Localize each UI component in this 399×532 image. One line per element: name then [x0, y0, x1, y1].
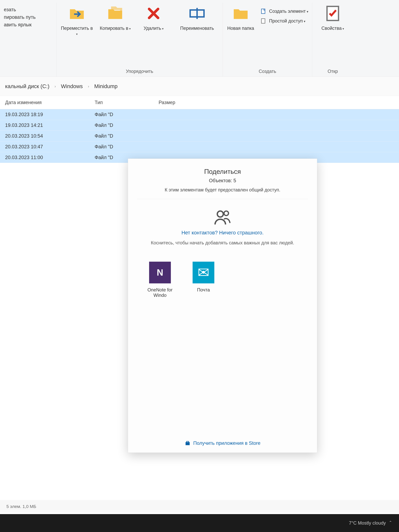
new-folder-icon	[232, 5, 249, 22]
file-row[interactable]: 19.03.2023 18:19 Файл "D	[0, 109, 399, 120]
ribbon-group-clipboard: езать пировать путь авить ярлык	[0, 3, 56, 77]
svg-rect-3	[261, 19, 265, 23]
rename-label: Переименовать	[180, 25, 214, 31]
share-count: Объектов: 5	[209, 178, 236, 184]
column-type-header[interactable]: Тип	[95, 98, 158, 107]
ribbon: езать пировать путь авить ярлык Перемест…	[0, 0, 399, 77]
svg-rect-2	[261, 9, 265, 13]
file-date: 19.03.2023 14:21	[5, 121, 95, 129]
store-link-label: Получить приложения в Store	[193, 440, 260, 446]
store-icon	[184, 440, 191, 446]
svg-point-6	[224, 211, 228, 215]
file-row[interactable]: 19.03.2023 14:21 Файл "D	[0, 120, 399, 131]
weather-widget[interactable]: 7°C Mostly cloudy	[349, 520, 386, 526]
properties-icon	[324, 5, 341, 22]
file-row[interactable]: 20.03.2023 10:47 Файл "D	[0, 141, 399, 152]
properties-label: Свойства	[321, 25, 344, 31]
file-date: 20.03.2023 10:47	[5, 143, 95, 151]
file-date: 20.03.2023 10:54	[5, 132, 95, 140]
delete-icon	[145, 5, 162, 22]
new-folder-button[interactable]: Новая папка	[227, 3, 255, 31]
chevron-up-icon[interactable]: ˆ	[390, 520, 391, 526]
breadcrumb[interactable]: кальный диск (C:) › Windows › Minidump	[0, 77, 399, 96]
share-app-label: Почта	[197, 287, 210, 293]
new-group-label: Создать	[259, 67, 276, 77]
folder-move-icon	[69, 5, 85, 22]
file-type: Файл "D	[95, 111, 158, 118]
no-contacts-title[interactable]: Нет контактов? Ничего страшного.	[182, 230, 264, 235]
ribbon-group-label	[27, 67, 29, 77]
file-list: Дата изменения Тип Размер 19.03.2023 18:…	[0, 96, 399, 163]
chevron-right-icon: ›	[55, 84, 56, 89]
rename-icon	[189, 5, 205, 22]
ribbon-group-open: Свойства Откр	[312, 3, 353, 77]
mail-icon: ✉	[193, 262, 214, 283]
share-apps: N OneNote for Windo ✉ Почта	[137, 262, 308, 298]
new-item-icon	[260, 8, 267, 15]
new-folder-label: Новая папка	[227, 25, 254, 31]
svg-point-5	[217, 211, 223, 217]
file-type: Файл "D	[95, 132, 158, 140]
organize-group-label: Упорядочить	[126, 67, 153, 77]
easy-access-icon	[260, 17, 267, 25]
properties-button[interactable]: Свойства	[316, 3, 349, 31]
open-group-label: Откр	[328, 67, 338, 77]
divider	[137, 199, 308, 199]
breadcrumb-drive[interactable]: кальный диск (C:)	[5, 83, 50, 89]
share-title: Поделиться	[204, 168, 241, 175]
get-apps-store-link[interactable]: Получить приложения в Store	[184, 440, 260, 446]
new-item-label: Создать элемент	[269, 9, 308, 14]
file-type: Файл "D	[95, 121, 158, 129]
copy-to-label: Копировать в	[100, 25, 131, 31]
ribbon-group-new: Новая папка Создать элемент Простой дост…	[223, 3, 312, 77]
share-description: К этим элементам будет предоставлен общи…	[165, 187, 280, 193]
no-contacts-hint: Коснитесь, чтобы начать добавлять самых …	[151, 239, 294, 246]
ribbon-copy-path[interactable]: пировать путь	[4, 14, 36, 20]
ribbon-group-organize: Переместить в Копировать в Удалить	[56, 3, 223, 77]
file-date: 20.03.2023 11:00	[5, 154, 95, 161]
easy-access-button[interactable]: Простой доступ	[260, 17, 308, 25]
delete-button[interactable]: Удалить	[137, 3, 170, 31]
ribbon-cut[interactable]: езать	[4, 6, 16, 13]
easy-access-label: Простой доступ	[269, 18, 305, 24]
taskbar: 7°C Mostly cloudy ˆ	[0, 514, 399, 532]
folder-copy-icon	[107, 5, 124, 22]
file-row[interactable]: 20.03.2023 10:54 Файл "D	[0, 131, 399, 141]
status-bar: 5 элем. 1,0 МБ	[0, 500, 399, 513]
chevron-right-icon: ›	[88, 84, 89, 89]
move-to-button[interactable]: Переместить в	[60, 3, 94, 36]
copy-to-button[interactable]: Копировать в	[99, 3, 132, 31]
delete-label: Удалить	[144, 25, 164, 31]
new-item-button[interactable]: Создать элемент	[260, 8, 308, 15]
share-app-label: OneNote for Windo	[143, 287, 177, 298]
people-icon[interactable]	[214, 208, 231, 226]
move-to-label: Переместить в	[60, 25, 94, 36]
share-app-onenote[interactable]: N OneNote for Windo	[143, 262, 177, 298]
file-type: Файл "D	[95, 143, 158, 151]
onenote-icon: N	[149, 262, 171, 283]
ribbon-paste-shortcut[interactable]: авить ярлык	[4, 21, 32, 28]
breadcrumb-folder[interactable]: Minidump	[94, 83, 118, 89]
status-text: 5 элем. 1,0 МБ	[6, 504, 36, 509]
column-size-header[interactable]: Размер	[158, 98, 210, 107]
rename-button[interactable]: Переименовать	[175, 3, 219, 31]
column-headers: Дата изменения Тип Размер	[0, 96, 399, 109]
share-flyout: Поделиться Объектов: 5 К этим элементам …	[128, 158, 317, 453]
file-date: 19.03.2023 18:19	[5, 111, 95, 118]
breadcrumb-folder[interactable]: Windows	[61, 83, 83, 89]
share-app-mail[interactable]: ✉ Почта	[187, 262, 220, 298]
column-date-header[interactable]: Дата изменения	[5, 98, 95, 107]
